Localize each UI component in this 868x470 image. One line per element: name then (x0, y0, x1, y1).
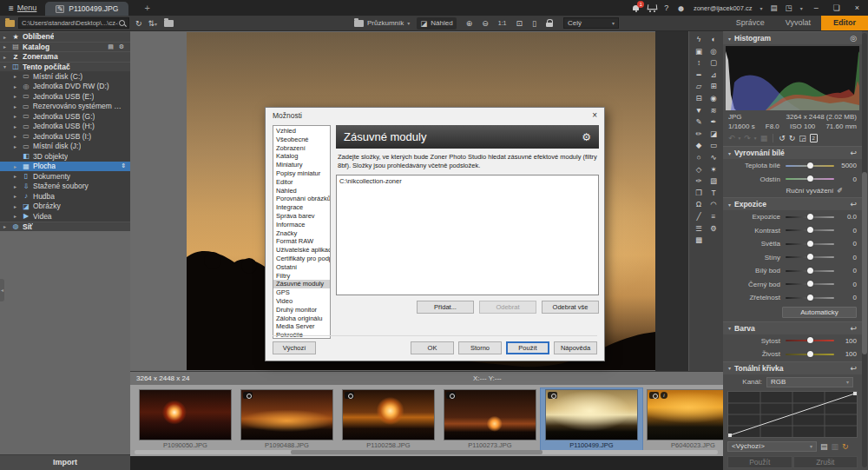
panel-scrollbar[interactable] (862, 33, 867, 467)
tool-perspective[interactable]: ▱ (692, 81, 707, 93)
close-button[interactable]: × (852, 3, 863, 12)
sidebar-item[interactable]: ▸ ▤ Katalog (0, 42, 130, 52)
module-manager[interactable]: Správce (726, 16, 775, 30)
slider-handle[interactable] (807, 295, 813, 301)
exposure-section-header[interactable]: ▾ Expozice ↩ (723, 197, 862, 210)
tool-quick-fix[interactable]: ϟ (692, 34, 707, 46)
reset-icon[interactable]: ↩ (850, 149, 857, 157)
tool-lasso[interactable]: ∿ (707, 152, 721, 164)
options-category[interactable]: Media Server (273, 322, 330, 331)
shop-cart-icon[interactable] (648, 4, 656, 11)
color-section-header[interactable]: ▾ Barva ↩ (723, 321, 862, 334)
sidebar-item[interactable]: ▸ ◪ Obrázky (0, 202, 130, 212)
filmstrip-cell[interactable]: i P1100499.JPG (541, 388, 642, 450)
tool-select-ellipse[interactable]: ○ (692, 152, 707, 164)
eyedropper-icon[interactable]: ✐ (837, 187, 843, 195)
slider-handle[interactable] (807, 214, 813, 220)
slider-value[interactable]: 100 (834, 337, 857, 345)
slider-value[interactable]: 0 (834, 240, 857, 248)
filmstrip-scrollbar[interactable] (135, 450, 718, 454)
remove-all-button[interactable]: Odebrat vše (542, 301, 599, 314)
sidebar-item[interactable]: ▸ ▭ Jednotka USB (G:) (0, 111, 130, 122)
tool-eraser[interactable]: ◪ (707, 129, 721, 141)
slider-track[interactable] (786, 243, 834, 245)
collapse-icon[interactable]: ▾ (728, 36, 731, 42)
plugin-folders-listbox[interactable]: C:\nikcollection-zoner (336, 175, 599, 295)
sidebar-collapse-handle[interactable]: ◂ (0, 279, 4, 301)
expand-arrow-icon[interactable]: ▸ (14, 143, 19, 149)
reset-icon[interactable]: ↩ (850, 364, 857, 373)
tool-polygon-lasso[interactable]: ◇ (692, 164, 707, 176)
tool-iron[interactable]: ≋ (707, 105, 721, 117)
tool-copy[interactable]: ❐ (692, 188, 707, 200)
options-category[interactable]: Zásuvné moduly (273, 280, 330, 288)
filmstrip-cell[interactable]: i P1100273.JPG (439, 388, 541, 450)
remove-folder-button[interactable]: Odebrat (479, 301, 536, 314)
options-category[interactable]: Certifikáty pro podpis (273, 255, 330, 263)
options-category[interactable]: Porovnání obrázků (273, 195, 330, 203)
tool-levels[interactable]: ☰ (692, 223, 707, 235)
tool-fill[interactable]: ◆ (692, 140, 707, 152)
expand-arrow-icon[interactable]: ▸ (3, 34, 9, 40)
apply-button[interactable]: Použít (727, 456, 792, 468)
slider-handle[interactable] (807, 241, 813, 247)
tool-clone-stamp[interactable]: ▼ (692, 105, 707, 117)
slider-value[interactable]: 5000 (834, 162, 857, 169)
options-category[interactable]: Filtry (273, 272, 330, 281)
sidebar-item[interactable]: ▸ ▭ Jednotka USB (I:) (0, 131, 130, 142)
options-category[interactable]: Katalog (273, 152, 330, 161)
zoom-out-icon[interactable]: ⊖ (482, 19, 489, 28)
path-input[interactable]: C:\Users\standard\Desktop\...\cz-sk (18, 17, 129, 29)
help-button[interactable]: Nápověda (554, 341, 597, 354)
slider-track[interactable] (786, 178, 834, 180)
channel-select[interactable]: RGB ▾ (766, 377, 853, 387)
account-icon[interactable]: ☻ (676, 3, 686, 13)
tool-magic-wand[interactable]: ✶ (707, 164, 721, 176)
tool-zoom[interactable]: ◎ (707, 46, 721, 58)
sort-icon[interactable]: ⇅▾ (148, 19, 158, 28)
rotate-right-icon[interactable]: ↻ (789, 134, 796, 142)
scrollbar-thumb[interactable] (291, 450, 542, 454)
options-category[interactable]: Editor (273, 178, 330, 187)
apply-button[interactable]: Použít (506, 341, 549, 354)
menu-button[interactable]: ≡ Menu (0, 0, 45, 16)
expand-arrow-icon[interactable]: ▸ (14, 173, 19, 179)
sidebar-item[interactable]: ▸ ⇩ Stažené soubory (0, 182, 130, 192)
slider-value[interactable]: 0 (834, 294, 857, 301)
tool-texture[interactable]: ▩ (692, 235, 707, 247)
expand-arrow-icon[interactable]: ▸ (14, 113, 19, 119)
sidebar-item[interactable]: ▸ ▦ Plocha (0, 162, 130, 172)
tool-settings[interactable]: ⚙ (707, 223, 721, 235)
expand-arrow-icon[interactable]: ▸ (3, 54, 9, 60)
expand-arrow-icon[interactable]: ▸ (14, 73, 19, 79)
slider-value[interactable]: 0.0 (834, 213, 857, 221)
minimize-button[interactable]: – (811, 3, 822, 12)
options-category[interactable]: Ostatní (273, 263, 330, 272)
import-button[interactable]: Import (0, 454, 130, 470)
slider-handle[interactable] (807, 268, 813, 274)
folder-up-icon[interactable] (164, 20, 174, 27)
sidebar-item[interactable]: ▸ ▭ Místní disk (C:) (0, 71, 130, 82)
options-category[interactable]: Záloha originálu (273, 314, 330, 323)
dialog-title-bar[interactable]: Možnosti × (266, 108, 604, 122)
search-icon[interactable] (118, 19, 126, 27)
discard-button[interactable]: Zrušit (793, 456, 858, 468)
expand-arrow-icon[interactable]: ▸ (14, 103, 19, 109)
tool-pen[interactable]: ✒ (707, 116, 721, 129)
sidebar-item[interactable]: ▸ ♪ Hudba (0, 191, 130, 202)
tool-shape[interactable]: ◠ (707, 199, 721, 211)
scrollbar-thumb[interactable] (862, 172, 867, 354)
expand-arrow-icon[interactable]: ▸ (14, 123, 19, 129)
sidebar-item[interactable]: ▸ ▭ Jednotka USB (H:) (0, 122, 130, 132)
tone-curve-section-header[interactable]: ▾ Tonální křivka ↩ (723, 361, 862, 374)
expand-arrow-icon[interactable]: ▸ (14, 163, 19, 169)
options-category[interactable]: Vzhled (273, 127, 330, 136)
slider-track[interactable] (786, 354, 834, 355)
item-trailing-icons[interactable] (108, 43, 130, 50)
slider-handle[interactable] (807, 175, 813, 182)
slider-track[interactable] (786, 229, 834, 231)
explorer-mode-button[interactable]: Průzkumník ▾ (351, 17, 413, 29)
plugin-folder-path[interactable]: C:\nikcollection-zoner (339, 177, 595, 185)
options-category[interactable]: Video (273, 297, 330, 306)
zoom-in-icon[interactable]: ⊕ (466, 19, 473, 28)
